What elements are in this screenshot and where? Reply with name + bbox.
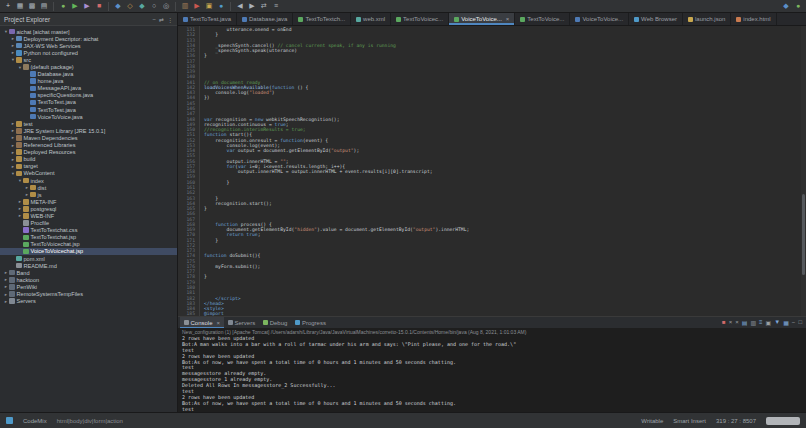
tree-item[interactable]: ▸postgresql: [0, 205, 177, 212]
tree-item[interactable]: ▾src: [0, 56, 177, 63]
tree-item[interactable]: ▸Python not configured: [0, 49, 177, 56]
print-icon[interactable]: ▤: [39, 1, 49, 11]
tree-item[interactable]: ▸JRE System Library [JRE 15.0.1]: [0, 127, 177, 134]
forward-icon[interactable]: ▶: [247, 1, 257, 11]
tree-item[interactable]: TextToTest.java: [0, 106, 177, 113]
code-editor[interactable]: 1311321331341351361371381391401411421431…: [178, 26, 806, 316]
editor-tab[interactable]: TextToVoice...: [515, 13, 570, 25]
console-tab-debug[interactable]: Debug: [259, 317, 291, 328]
new-java-class-icon[interactable]: ◆: [113, 1, 123, 11]
editor-scrollbar-thumb[interactable]: [802, 194, 805, 275]
tree-item[interactable]: ▸Referenced Libraries: [0, 142, 177, 149]
save-icon[interactable]: ▦: [15, 1, 25, 11]
console-tab-console[interactable]: Console×: [180, 317, 224, 328]
tree-item[interactable]: ▸Maven Dependencies: [0, 134, 177, 141]
editor-tab[interactable]: VoiceToVoice...×: [449, 13, 515, 25]
editor-tab[interactable]: TextToTest.java: [178, 13, 237, 25]
link-with-editor-icon[interactable]: ≡: [271, 1, 281, 11]
editor-tab[interactable]: TextToTextch...: [293, 13, 351, 25]
console-tab-progress[interactable]: Progress: [291, 317, 330, 328]
editor-tab[interactable]: Web Browser: [629, 13, 683, 25]
codemix-label[interactable]: CodeMix: [23, 418, 47, 424]
tree-item[interactable]: ▸js: [0, 191, 177, 198]
tree-item[interactable]: ▾index: [0, 177, 177, 184]
tab-close-icon[interactable]: ×: [506, 16, 510, 22]
tree-item[interactable]: VoiceToVoice.java: [0, 113, 177, 120]
remove-launch-icon[interactable]: ×: [729, 319, 733, 326]
open-type-icon[interactable]: ○: [149, 1, 159, 11]
tree-item[interactable]: TextToTextchat.jsp: [0, 234, 177, 241]
tree-item[interactable]: VoiceToVoicechat.jsp: [0, 248, 177, 255]
open-console-icon[interactable]: ▦: [783, 319, 789, 326]
last-edit-location-icon[interactable]: ⇄: [259, 1, 269, 11]
tree-item[interactable]: Database.java: [0, 71, 177, 78]
search-icon[interactable]: ◎: [161, 1, 171, 11]
profile-icon[interactable]: ▶: [82, 1, 92, 11]
console-tab-close-icon[interactable]: ×: [217, 320, 221, 326]
coverage-icon[interactable]: ▥: [180, 1, 190, 11]
clear-console-icon[interactable]: ▤: [742, 319, 748, 326]
tree-item[interactable]: ▸build: [0, 156, 177, 163]
tree-item[interactable]: ▸hacktoon: [0, 276, 177, 283]
tree-item[interactable]: TextToTextchat.css: [0, 227, 177, 234]
tree-item[interactable]: ▸test: [0, 120, 177, 127]
project-tree[interactable]: ▾aichat [aichat master]▸Deployment Descr…: [0, 26, 177, 412]
minimize-icon[interactable]: −: [792, 319, 796, 326]
editor-tab[interactable]: TextToVoicec...: [391, 13, 449, 25]
tree-item[interactable]: TextToText.java: [0, 99, 177, 106]
new-servlet-icon[interactable]: ◆: [137, 1, 147, 11]
new-package-icon[interactable]: ◇: [125, 1, 135, 11]
editor-tab[interactable]: web.xml: [351, 13, 391, 25]
editor-tab[interactable]: launch.json: [683, 13, 731, 25]
tree-item[interactable]: ▸JAX-WS Web Services: [0, 42, 177, 49]
tree-item[interactable]: ▸dist: [0, 184, 177, 191]
console-tab-servers[interactable]: Servers: [224, 317, 259, 328]
display-selected-console-icon[interactable]: ▼: [774, 319, 780, 326]
maximize-icon[interactable]: □: [798, 319, 802, 326]
perspective-java-ee-icon[interactable]: ◆: [781, 1, 791, 11]
tree-item[interactable]: ▸Servers: [0, 298, 177, 305]
collapse-all-icon[interactable]: −: [152, 16, 156, 23]
tree-item[interactable]: ▸WEB-INF: [0, 212, 177, 219]
tree-item[interactable]: ▸target: [0, 163, 177, 170]
editor-tab[interactable]: Database.java: [237, 13, 293, 25]
tree-item[interactable]: pom.xml: [0, 255, 177, 262]
tree-item[interactable]: ▸Band: [0, 269, 177, 276]
editor-tab[interactable]: index.html: [731, 13, 776, 25]
view-menu-icon[interactable]: ⋮: [167, 16, 173, 23]
run-icon[interactable]: ▶: [70, 1, 80, 11]
tree-item[interactable]: Procfile: [0, 220, 177, 227]
tree-item[interactable]: ▸Deployment Descriptor: aichat: [0, 35, 177, 42]
new-wizard-icon[interactable]: +: [3, 1, 13, 11]
tree-item[interactable]: ▸Deployed Resources: [0, 149, 177, 156]
stop-icon[interactable]: ■: [94, 1, 104, 11]
terminate-icon[interactable]: ■: [722, 319, 726, 326]
tree-item[interactable]: TextToVoicechat.jsp: [0, 241, 177, 248]
database-icon[interactable]: ▣: [204, 1, 214, 11]
external-tools-icon[interactable]: ▶: [192, 1, 202, 11]
debug-icon[interactable]: ●: [58, 1, 68, 11]
tree-item[interactable]: ▸PenWiki: [0, 283, 177, 290]
tree-item[interactable]: ▸META-INF: [0, 198, 177, 205]
tree-item[interactable]: MessageAPI.java: [0, 85, 177, 92]
pin-console-icon[interactable]: ▣: [766, 319, 772, 326]
web-browser-icon[interactable]: ●: [216, 1, 226, 11]
scroll-lock-icon[interactable]: ▥: [750, 319, 756, 326]
tree-item[interactable]: ▸RemoteSystemsTempFiles: [0, 290, 177, 297]
editor-scrollbar[interactable]: [801, 26, 806, 316]
back-icon[interactable]: ◀: [235, 1, 245, 11]
tree-item[interactable]: ▾(default package): [0, 63, 177, 70]
perspective-debug-icon[interactable]: ●: [793, 1, 803, 11]
word-wrap-icon[interactable]: ≡: [759, 319, 763, 326]
tree-item[interactable]: ▾WebContent: [0, 170, 177, 177]
console-output[interactable]: 2 rows have been updatedBot:A man walks …: [178, 336, 806, 412]
editor-tab[interactable]: VoiceToVoice...: [570, 13, 629, 25]
tree-item[interactable]: README.md: [0, 262, 177, 269]
link-with-editor-icon[interactable]: ⇄: [159, 16, 164, 23]
code-area[interactable]: utterance.onend = onEnd } _speechSynth.c…: [200, 26, 806, 316]
tree-item[interactable]: home.java: [0, 78, 177, 85]
save-all-icon[interactable]: ▩: [27, 1, 37, 11]
tree-item[interactable]: ▾aichat [aichat master]: [0, 28, 177, 35]
remove-all-launches-icon[interactable]: ×: [735, 319, 739, 326]
insert-mode-status[interactable]: Smart Insert: [673, 418, 706, 424]
